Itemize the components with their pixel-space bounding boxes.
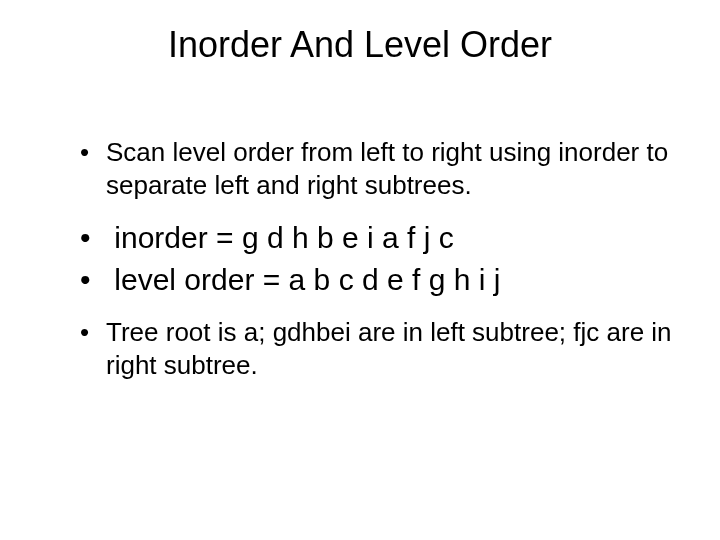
bullet-icon: • xyxy=(80,136,106,169)
list-item: •Scan level order from left to right usi… xyxy=(80,136,680,201)
bullet-icon: • xyxy=(80,261,106,299)
bullet-list: •Scan level order from left to right usi… xyxy=(40,136,680,381)
bullet-text: Scan level order from left to right usin… xyxy=(106,137,668,200)
bullet-text: Tree root is a; gdhbei are in left subtr… xyxy=(106,317,672,380)
slide-title: Inorder And Level Order xyxy=(40,24,680,66)
bullet-text: inorder = g d h b e i a f j c xyxy=(106,221,454,254)
list-item: •Tree root is a; gdhbei are in left subt… xyxy=(80,316,680,381)
bullet-icon: • xyxy=(80,219,106,257)
bullet-text: level order = a b c d e f g h i j xyxy=(106,263,500,296)
list-item: • level order = a b c d e f g h i j xyxy=(80,261,680,299)
list-item: • inorder = g d h b e i a f j c xyxy=(80,219,680,257)
bullet-icon: • xyxy=(80,316,106,349)
slide: Inorder And Level Order •Scan level orde… xyxy=(0,0,720,540)
